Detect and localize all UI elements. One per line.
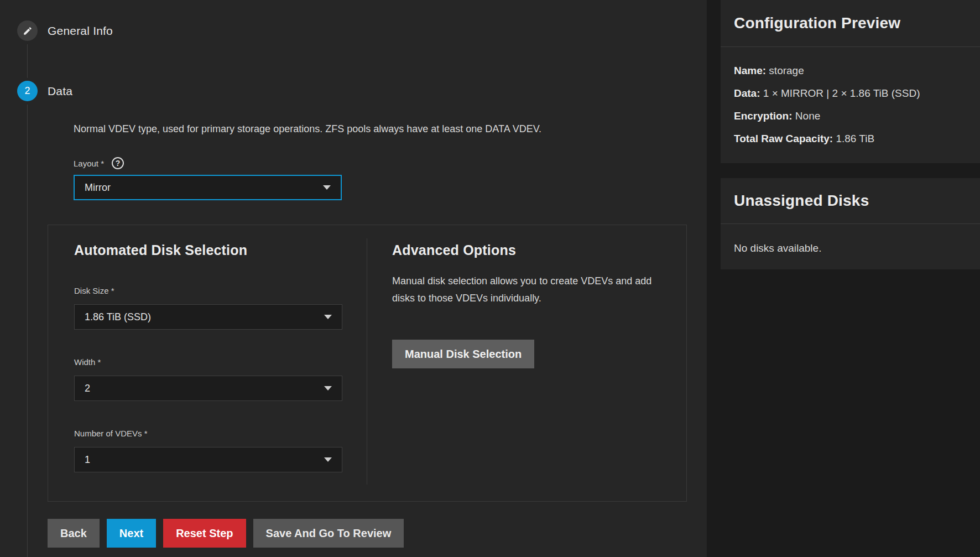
configuration-preview-title: Configuration Preview bbox=[721, 0, 980, 47]
number-of-vdevs-value: 1 bbox=[85, 454, 90, 466]
step-data-circle[interactable]: 2 bbox=[17, 81, 38, 101]
preview-encryption-label: Encryption: bbox=[734, 110, 793, 122]
number-of-vdevs-select[interactable]: 1 bbox=[74, 447, 342, 472]
advanced-options-title: Advanced Options bbox=[392, 242, 662, 258]
disk-size-value: 1.86 TiB (SSD) bbox=[85, 311, 151, 323]
chevron-down-icon bbox=[324, 457, 332, 462]
stepper-connector bbox=[27, 44, 28, 78]
preview-encryption-value: None bbox=[795, 110, 820, 122]
width-value: 2 bbox=[85, 383, 90, 394]
column-divider bbox=[367, 238, 367, 485]
layout-select[interactable]: Mirror bbox=[74, 175, 342, 200]
layout-select-value: Mirror bbox=[85, 182, 111, 194]
number-of-vdevs-label: Number of VDEVs * bbox=[74, 429, 351, 439]
step-number: 2 bbox=[24, 85, 30, 97]
preview-data-value: 1 × MIRROR | 2 × 1.86 TiB (SSD) bbox=[763, 87, 920, 99]
data-vdev-description: Normal VDEV type, used for primary stora… bbox=[74, 123, 541, 135]
step-general-info-label[interactable]: General Info bbox=[48, 24, 113, 38]
step-data-label[interactable]: Data bbox=[48, 85, 72, 98]
reset-step-button[interactable]: Reset Step bbox=[163, 519, 246, 548]
configuration-preview-card: Configuration Preview Name: storage Data… bbox=[721, 0, 980, 163]
preview-capacity-value: 1.86 TiB bbox=[836, 133, 874, 144]
edit-pencil-icon bbox=[23, 26, 33, 36]
help-icon[interactable]: ? bbox=[112, 157, 124, 169]
preview-row-name: Name: storage bbox=[734, 59, 967, 82]
layout-label: Layout * bbox=[74, 159, 104, 168]
preview-row-capacity: Total Raw Capacity: 1.86 TiB bbox=[734, 127, 967, 150]
disk-size-select[interactable]: 1.86 TiB (SSD) bbox=[74, 304, 342, 330]
step-general-info-circle[interactable] bbox=[17, 20, 38, 41]
stepper-connector bbox=[27, 105, 28, 557]
pool-wizard-main: General Info 2 Data Normal VDEV type, us… bbox=[0, 0, 707, 557]
preview-capacity-label: Total Raw Capacity: bbox=[734, 133, 833, 144]
next-button[interactable]: Next bbox=[107, 519, 156, 548]
unassigned-disks-title: Unassigned Disks bbox=[721, 178, 980, 224]
preview-row-data: Data: 1 × MIRROR | 2 × 1.86 TiB (SSD) bbox=[734, 82, 967, 105]
preview-row-encryption: Encryption: None bbox=[734, 105, 967, 127]
disk-size-label: Disk Size * bbox=[74, 286, 351, 296]
unassigned-disks-card: Unassigned Disks No disks available. bbox=[721, 178, 980, 269]
chevron-down-icon bbox=[324, 386, 332, 391]
manual-disk-selection-button[interactable]: Manual Disk Selection bbox=[392, 340, 534, 368]
back-button[interactable]: Back bbox=[48, 519, 100, 548]
width-label: Width * bbox=[74, 357, 351, 367]
no-disks-message: No disks available. bbox=[734, 236, 967, 254]
preview-name-label: Name: bbox=[734, 65, 766, 76]
advanced-options-description: Manual disk selection allows you to crea… bbox=[392, 273, 652, 307]
save-and-go-to-review-button[interactable]: Save And Go To Review bbox=[253, 519, 404, 548]
disk-selection-card: Automated Disk Selection Disk Size * 1.8… bbox=[48, 225, 687, 502]
width-select[interactable]: 2 bbox=[74, 376, 342, 401]
automated-disk-selection-title: Automated Disk Selection bbox=[74, 242, 351, 258]
step-actions: Back Next Reset Step Save And Go To Revi… bbox=[48, 519, 404, 548]
preview-data-label: Data: bbox=[734, 87, 760, 99]
preview-name-value: storage bbox=[769, 65, 804, 76]
chevron-down-icon bbox=[323, 185, 331, 190]
chevron-down-icon bbox=[324, 315, 332, 319]
